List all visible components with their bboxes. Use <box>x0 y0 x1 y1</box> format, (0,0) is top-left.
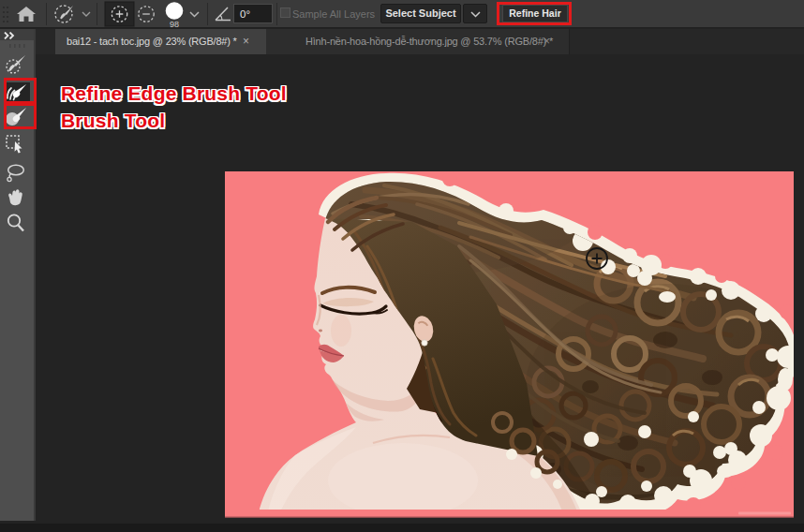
svg-text:98: 98 <box>170 20 179 29</box>
svg-text:0°: 0° <box>240 8 250 20</box>
svg-text:Sample All Layers: Sample All Layers <box>292 8 376 20</box>
